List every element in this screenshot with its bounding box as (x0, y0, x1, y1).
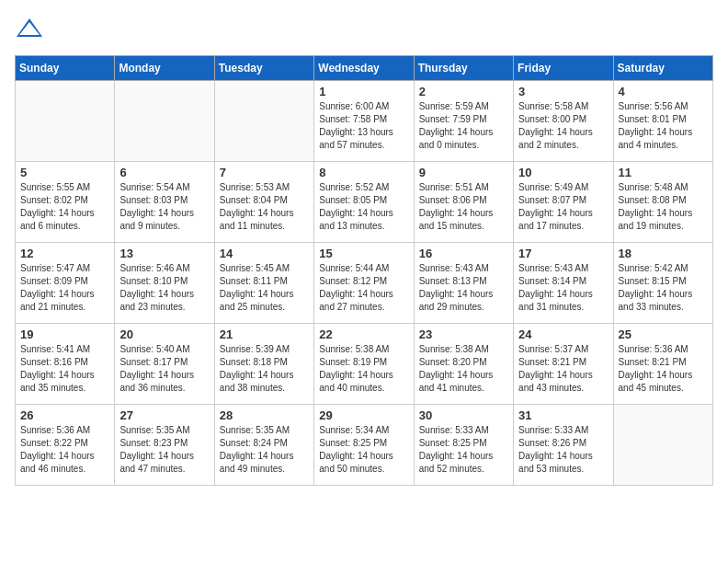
day-number: 19 (20, 327, 109, 341)
day-cell (16, 81, 115, 162)
header-saturday: Saturday (613, 56, 712, 81)
day-info: Sunrise: 5:36 AM Sunset: 8:22 PM Dayligh… (20, 424, 109, 476)
day-number: 26 (20, 408, 109, 422)
day-number: 10 (518, 166, 608, 179)
day-number: 30 (419, 408, 508, 422)
day-number: 3 (518, 85, 608, 98)
day-info: Sunrise: 5:39 AM Sunset: 8:18 PM Dayligh… (220, 343, 309, 395)
day-cell: 26Sunrise: 5:36 AM Sunset: 8:22 PM Dayli… (16, 405, 115, 486)
day-cell (214, 81, 313, 162)
day-info: Sunrise: 5:41 AM Sunset: 8:16 PM Dayligh… (20, 343, 109, 395)
day-cell: 7Sunrise: 5:53 AM Sunset: 8:04 PM Daylig… (214, 162, 313, 243)
calendar-table: SundayMondayTuesdayWednesdayThursdayFrid… (15, 55, 713, 486)
day-info: Sunrise: 5:43 AM Sunset: 8:14 PM Dayligh… (518, 262, 608, 314)
day-info: Sunrise: 5:58 AM Sunset: 8:00 PM Dayligh… (518, 100, 608, 152)
day-info: Sunrise: 5:35 AM Sunset: 8:23 PM Dayligh… (119, 424, 209, 476)
day-info: Sunrise: 5:49 AM Sunset: 8:07 PM Dayligh… (518, 181, 608, 233)
calendar-header-row: SundayMondayTuesdayWednesdayThursdayFrid… (16, 56, 713, 81)
day-number: 11 (619, 166, 708, 179)
day-number: 8 (319, 166, 408, 179)
day-info: Sunrise: 5:48 AM Sunset: 8:08 PM Dayligh… (619, 181, 708, 233)
day-number: 15 (319, 247, 408, 260)
day-cell: 23Sunrise: 5:38 AM Sunset: 8:20 PM Dayli… (414, 324, 513, 405)
day-number: 28 (220, 408, 309, 422)
day-info: Sunrise: 5:45 AM Sunset: 8:11 PM Dayligh… (220, 262, 309, 314)
day-cell: 30Sunrise: 5:33 AM Sunset: 8:25 PM Dayli… (414, 405, 513, 486)
day-info: Sunrise: 5:51 AM Sunset: 8:06 PM Dayligh… (419, 181, 508, 233)
day-info: Sunrise: 5:46 AM Sunset: 8:10 PM Dayligh… (119, 262, 209, 314)
header-wednesday: Wednesday (314, 56, 414, 81)
day-cell: 14Sunrise: 5:45 AM Sunset: 8:11 PM Dayli… (214, 243, 313, 324)
day-info: Sunrise: 5:56 AM Sunset: 8:01 PM Dayligh… (619, 100, 708, 152)
day-cell: 1Sunrise: 6:00 AM Sunset: 7:58 PM Daylig… (314, 81, 414, 162)
day-cell: 13Sunrise: 5:46 AM Sunset: 8:10 PM Dayli… (115, 243, 214, 324)
day-number: 20 (119, 327, 209, 341)
day-info: Sunrise: 5:38 AM Sunset: 8:19 PM Dayligh… (319, 343, 408, 395)
day-number: 12 (20, 247, 109, 260)
day-info: Sunrise: 5:38 AM Sunset: 8:20 PM Dayligh… (419, 343, 508, 395)
day-info: Sunrise: 5:54 AM Sunset: 8:03 PM Dayligh… (119, 181, 209, 233)
day-number: 18 (619, 247, 708, 260)
header-thursday: Thursday (414, 56, 513, 81)
day-cell: 17Sunrise: 5:43 AM Sunset: 8:14 PM Dayli… (514, 243, 613, 324)
day-cell: 10Sunrise: 5:49 AM Sunset: 8:07 PM Dayli… (514, 162, 613, 243)
day-number: 31 (518, 408, 608, 422)
day-cell: 28Sunrise: 5:35 AM Sunset: 8:24 PM Dayli… (214, 405, 313, 486)
day-cell: 3Sunrise: 5:58 AM Sunset: 8:00 PM Daylig… (514, 81, 613, 162)
day-info: Sunrise: 5:53 AM Sunset: 8:04 PM Dayligh… (220, 181, 309, 233)
day-cell: 18Sunrise: 5:42 AM Sunset: 8:15 PM Dayli… (613, 243, 712, 324)
day-cell: 19Sunrise: 5:41 AM Sunset: 8:16 PM Dayli… (16, 324, 115, 405)
day-info: Sunrise: 5:52 AM Sunset: 8:05 PM Dayligh… (319, 181, 408, 233)
day-info: Sunrise: 5:59 AM Sunset: 7:59 PM Dayligh… (419, 100, 508, 152)
day-info: Sunrise: 5:35 AM Sunset: 8:24 PM Dayligh… (220, 424, 309, 476)
day-number: 9 (419, 166, 508, 179)
day-cell: 20Sunrise: 5:40 AM Sunset: 8:17 PM Dayli… (115, 324, 214, 405)
day-number: 24 (518, 327, 608, 341)
day-number: 13 (119, 247, 209, 260)
logo (15, 15, 42, 44)
day-cell: 27Sunrise: 5:35 AM Sunset: 8:23 PM Dayli… (115, 405, 214, 486)
day-number: 17 (518, 247, 608, 260)
week-row-3: 12Sunrise: 5:47 AM Sunset: 8:09 PM Dayli… (16, 243, 713, 324)
day-cell: 2Sunrise: 5:59 AM Sunset: 7:59 PM Daylig… (414, 81, 513, 162)
day-info: Sunrise: 5:37 AM Sunset: 8:21 PM Dayligh… (518, 343, 608, 395)
day-number: 7 (220, 166, 309, 179)
day-cell: 8Sunrise: 5:52 AM Sunset: 8:05 PM Daylig… (314, 162, 414, 243)
day-number: 23 (419, 327, 508, 341)
day-cell: 6Sunrise: 5:54 AM Sunset: 8:03 PM Daylig… (115, 162, 214, 243)
day-cell: 25Sunrise: 5:36 AM Sunset: 8:21 PM Dayli… (613, 324, 712, 405)
day-cell: 29Sunrise: 5:34 AM Sunset: 8:25 PM Dayli… (314, 405, 414, 486)
header-friday: Friday (514, 56, 613, 81)
header-tuesday: Tuesday (214, 56, 313, 81)
day-number: 1 (319, 85, 408, 98)
day-cell (613, 405, 712, 486)
day-cell: 16Sunrise: 5:43 AM Sunset: 8:13 PM Dayli… (414, 243, 513, 324)
day-number: 16 (419, 247, 508, 260)
day-info: Sunrise: 5:36 AM Sunset: 8:21 PM Dayligh… (619, 343, 708, 395)
day-info: Sunrise: 6:00 AM Sunset: 7:58 PM Dayligh… (319, 100, 408, 152)
day-cell: 31Sunrise: 5:33 AM Sunset: 8:26 PM Dayli… (514, 405, 613, 486)
day-info: Sunrise: 5:43 AM Sunset: 8:13 PM Dayligh… (419, 262, 508, 314)
header-sunday: Sunday (16, 56, 115, 81)
day-cell: 9Sunrise: 5:51 AM Sunset: 8:06 PM Daylig… (414, 162, 513, 243)
day-number: 27 (119, 408, 209, 422)
week-row-2: 5Sunrise: 5:55 AM Sunset: 8:02 PM Daylig… (16, 162, 713, 243)
day-number: 4 (619, 85, 708, 98)
week-row-4: 19Sunrise: 5:41 AM Sunset: 8:16 PM Dayli… (16, 324, 713, 405)
day-number: 22 (319, 327, 408, 341)
day-cell: 5Sunrise: 5:55 AM Sunset: 8:02 PM Daylig… (16, 162, 115, 243)
day-cell (115, 81, 214, 162)
day-cell: 12Sunrise: 5:47 AM Sunset: 8:09 PM Dayli… (16, 243, 115, 324)
day-number: 29 (319, 408, 408, 422)
day-number: 5 (20, 166, 109, 179)
day-info: Sunrise: 5:34 AM Sunset: 8:25 PM Dayligh… (319, 424, 408, 476)
day-info: Sunrise: 5:40 AM Sunset: 8:17 PM Dayligh… (119, 343, 209, 395)
day-info: Sunrise: 5:33 AM Sunset: 8:26 PM Dayligh… (518, 424, 608, 476)
header-monday: Monday (115, 56, 214, 81)
day-cell: 21Sunrise: 5:39 AM Sunset: 8:18 PM Dayli… (214, 324, 313, 405)
day-number: 6 (119, 166, 209, 179)
day-info: Sunrise: 5:33 AM Sunset: 8:25 PM Dayligh… (419, 424, 508, 476)
day-cell: 11Sunrise: 5:48 AM Sunset: 8:08 PM Dayli… (613, 162, 712, 243)
day-number: 21 (220, 327, 309, 341)
day-cell: 4Sunrise: 5:56 AM Sunset: 8:01 PM Daylig… (613, 81, 712, 162)
